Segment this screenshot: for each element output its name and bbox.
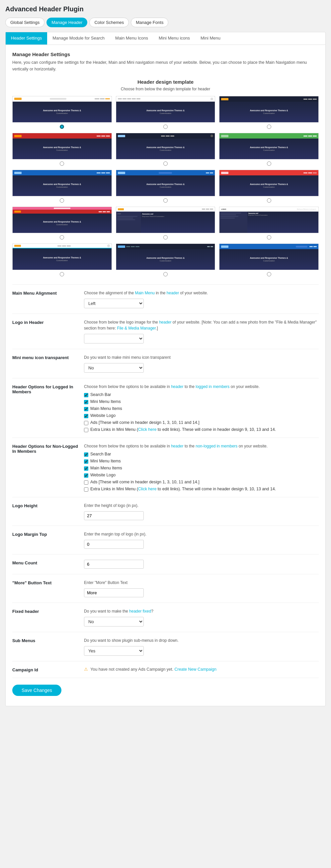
- nli-website-logo-row[interactable]: Website Logo: [84, 473, 319, 478]
- mini-menu-icon-transparent-select[interactable]: No Yes: [84, 363, 144, 373]
- template-radio-3[interactable]: [267, 125, 271, 129]
- create-campaign-link[interactable]: Create New Campaign: [174, 667, 216, 672]
- li-extra-links-row[interactable]: Extra Links in Mini Menu (Click here to …: [84, 427, 319, 432]
- top-nav-manage-header[interactable]: Manage Header: [46, 18, 87, 27]
- template-radio-13[interactable]: [60, 272, 64, 276]
- nli-main-menu-items-row[interactable]: Main Menu Items: [84, 466, 319, 471]
- template-item-4[interactable]: Awesome and Responsive Themes & Customiz…: [12, 133, 112, 166]
- design-template-subtitle: Choose from below the design template fo…: [12, 87, 319, 91]
- nli-mini-menu-items-checkbox[interactable]: [84, 459, 88, 464]
- template-radio-8[interactable]: [163, 198, 168, 203]
- nli-mini-menu-items-row[interactable]: Mini Menu Items: [84, 459, 319, 464]
- template-item-13[interactable]: Awesome and Responsive Themes & Customiz…: [12, 244, 112, 276]
- nli-website-logo-checkbox[interactable]: [84, 473, 88, 478]
- design-template-title: Header design template: [12, 79, 319, 85]
- template-item-12[interactable]: LOGO Build your Website to look good...: [219, 207, 319, 240]
- top-nav-color-schemes[interactable]: Color Schemes: [89, 18, 129, 27]
- logo-margin-top-input[interactable]: [84, 540, 144, 549]
- template-item-14[interactable]: Awesome and Responsive Themes & Customiz…: [116, 244, 216, 276]
- nli-search-bar-checkbox[interactable]: [84, 453, 88, 457]
- nli-extra-links-checkbox[interactable]: [84, 487, 88, 492]
- template-item-3[interactable]: Awesome and Responsive Themes & Customiz…: [219, 96, 319, 129]
- main-menu-alignment-label: Main Menu Alignment: [12, 290, 79, 308]
- template-item-8[interactable]: Awesome and Responsive Themes & Customiz…: [116, 170, 216, 203]
- template-thumb-8: Awesome and Responsive Themes & Customiz…: [116, 170, 216, 196]
- nli-ads-checkbox[interactable]: [84, 480, 88, 485]
- logo-height-input[interactable]: [84, 511, 144, 520]
- template-radio-1[interactable]: [60, 125, 64, 129]
- main-menu-alignment-control: Choose the alignment of the Main Menu in…: [84, 290, 319, 308]
- tab-header-settings[interactable]: Header Settings: [6, 32, 47, 44]
- nli-search-bar-label: Search Bar: [90, 452, 111, 457]
- logo-margin-top-control: Enter the margin top of logo (in px).: [84, 531, 319, 549]
- template-thumb-10: Awesome and Responsive Themes & Customiz…: [12, 207, 112, 233]
- sub-menus-select[interactable]: Yes No: [84, 646, 144, 656]
- save-changes-button[interactable]: Save Changes: [12, 685, 61, 696]
- li-extra-links-label: Extra Links in Mini Menu (Click here to …: [90, 427, 276, 432]
- template-item-15[interactable]: Awesome and Responsive Themes & Customiz…: [219, 244, 319, 276]
- tab-main-menu-icons[interactable]: Main Menu Icons: [110, 32, 154, 44]
- li-ads-row[interactable]: Ads [These will come in header design 1,…: [84, 420, 319, 425]
- li-main-menu-items-checkbox[interactable]: [84, 407, 88, 411]
- more-button-text-input[interactable]: [84, 588, 144, 597]
- li-search-bar-row[interactable]: Search Bar: [84, 392, 319, 397]
- tab-mini-menu[interactable]: Mini Menu: [195, 32, 226, 44]
- main-menu-alignment-desc: Choose the alignment of the Main Menu in…: [84, 290, 319, 296]
- template-item-9[interactable]: Awesome and Responsive Themes & Customiz…: [219, 170, 319, 203]
- nli-extra-links-row[interactable]: Extra Links in Mini Menu (Click here to …: [84, 487, 319, 492]
- campaign-id-label: Campaign Id: [12, 667, 79, 672]
- top-nav-manage-fonts[interactable]: Manage Fonts: [131, 18, 168, 27]
- template-item-11[interactable]: LOGO Awesome and Responsive Themes & Cus…: [116, 207, 216, 240]
- fixed-header-select[interactable]: No Yes: [84, 617, 144, 626]
- li-website-logo-checkbox[interactable]: [84, 414, 88, 418]
- tab-manage-module-search[interactable]: Manage Module for Search: [47, 32, 110, 44]
- menu-count-label: Menu Count: [12, 560, 79, 569]
- li-mini-menu-items-row[interactable]: Mini Menu Items: [84, 399, 319, 404]
- template-radio-14[interactable]: [163, 272, 168, 276]
- more-button-text-label: "More" Button Text: [12, 580, 79, 597]
- main-card: Header Settings Manage Module for Search…: [5, 32, 326, 706]
- template-radio-7[interactable]: [60, 198, 64, 203]
- template-item-7[interactable]: Awesome and Responsive Themes & Customiz…: [12, 170, 112, 203]
- template-radio-11[interactable]: [163, 235, 168, 240]
- template-radio-2[interactable]: [163, 125, 168, 129]
- template-thumb-6: Awesome and Responsive Themes & Customiz…: [219, 133, 319, 159]
- template-item-2[interactable]: Awesome and Responsive Themes & Customiz…: [116, 96, 216, 129]
- template-radio-4[interactable]: [60, 161, 64, 166]
- header-options-non-logged-in-checkboxes: Search Bar Mini Menu Items Main Menu Ite…: [84, 452, 319, 492]
- nli-ads-label: Ads [These will come in header design 1,…: [90, 480, 200, 484]
- campaign-id-row: Campaign Id ⚠ You have not created any A…: [12, 661, 319, 678]
- template-thumb-15: Awesome and Responsive Themes & Customiz…: [219, 244, 319, 270]
- top-nav-global-settings[interactable]: Global Settings: [5, 18, 44, 27]
- more-button-text-desc: Enter "More" Button Text: [84, 580, 319, 586]
- li-main-menu-items-row[interactable]: Main Menu Items: [84, 406, 319, 411]
- template-radio-6[interactable]: [267, 161, 271, 166]
- template-radio-9[interactable]: [267, 198, 271, 203]
- nli-ads-row[interactable]: Ads [These will come in header design 1,…: [84, 480, 319, 485]
- template-radio-5[interactable]: [163, 161, 168, 166]
- li-website-logo-row[interactable]: Website Logo: [84, 413, 319, 418]
- nli-mini-menu-items-label: Mini Menu Items: [90, 459, 121, 463]
- nli-search-bar-row[interactable]: Search Bar: [84, 452, 319, 457]
- li-search-bar-checkbox[interactable]: [84, 393, 88, 397]
- campaign-warning-text: You have not created any Ads Campaign ye…: [90, 667, 173, 672]
- li-mini-menu-items-checkbox[interactable]: [84, 400, 88, 404]
- main-menu-alignment-select[interactable]: Left Center Right: [84, 299, 144, 308]
- nli-main-menu-items-checkbox[interactable]: [84, 466, 88, 471]
- template-item-1[interactable]: Awesome and Responsive Themes & Customiz…: [12, 96, 112, 129]
- content-area: Manage Header Settings Here, you can con…: [6, 45, 325, 706]
- menu-count-input[interactable]: [84, 560, 144, 569]
- logo-select[interactable]: [84, 334, 144, 343]
- mini-menu-icon-transparent-control: Do you want to make mini menu icon trans…: [84, 354, 319, 373]
- li-extra-links-checkbox[interactable]: [84, 428, 88, 432]
- template-radio-10[interactable]: [60, 235, 64, 240]
- template-item-10[interactable]: Awesome and Responsive Themes & Customiz…: [12, 207, 112, 240]
- tab-mini-menu-icons[interactable]: Mini Menu icons: [154, 32, 195, 44]
- template-radio-15[interactable]: [267, 272, 271, 276]
- li-ads-checkbox[interactable]: [84, 421, 88, 425]
- template-item-5[interactable]: Awesome and Responsive Themes & Customiz…: [116, 133, 216, 166]
- sub-menus-control: Do you want to show plugin sub-menus in …: [84, 638, 319, 656]
- main-menu-alignment-row: Main Menu Alignment Choose the alignment…: [12, 284, 319, 314]
- template-radio-12[interactable]: [267, 235, 271, 240]
- template-item-6[interactable]: Awesome and Responsive Themes & Customiz…: [219, 133, 319, 166]
